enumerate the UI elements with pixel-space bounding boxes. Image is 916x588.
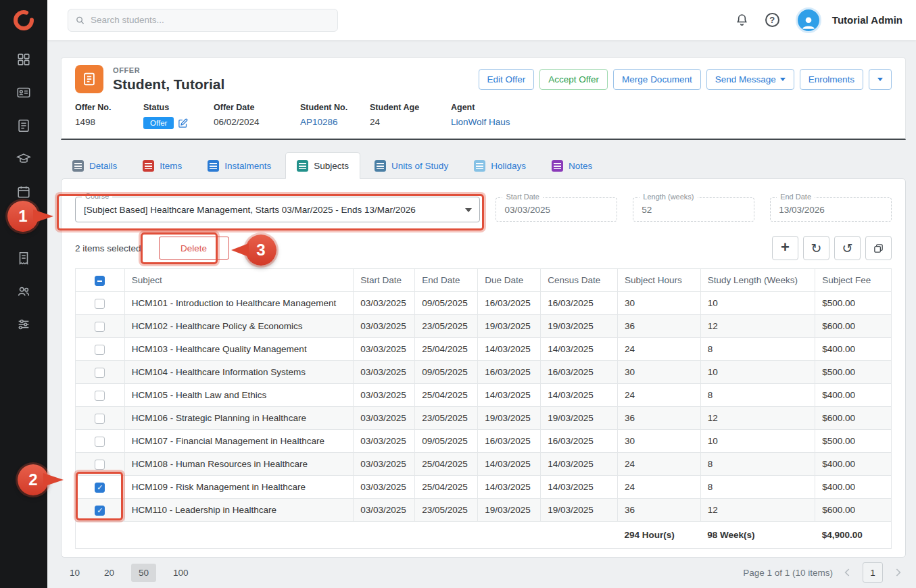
- subject-fee-cell: $400.00: [815, 453, 892, 476]
- topbar: ? Tutorial Admin: [47, 0, 916, 41]
- total-fee: $4,900.00: [815, 522, 892, 549]
- duplicate-button[interactable]: [865, 236, 892, 260]
- row-checkbox[interactable]: [95, 506, 105, 516]
- tab-subjects[interactable]: Subjects: [285, 152, 360, 179]
- meta-link[interactable]: LionWolf Haus: [451, 117, 892, 127]
- census-date-cell: 14/03/2025: [541, 384, 618, 407]
- table-row: HCM110 - Leadership in Healthcare03/03/2…: [76, 499, 892, 522]
- due-date-cell: 19/03/2025: [478, 315, 541, 338]
- offers-icon[interactable]: [16, 118, 32, 134]
- meta-link[interactable]: AP10286: [300, 117, 370, 127]
- total-hours: 294 Hour(s): [618, 522, 701, 549]
- courses-icon[interactable]: [16, 151, 32, 167]
- next-page-icon[interactable]: [891, 566, 905, 579]
- row-checkbox[interactable]: [95, 299, 105, 309]
- grid-action-buttons: + ↻ ↺: [772, 236, 892, 260]
- row-checkbox[interactable]: [95, 460, 105, 470]
- more-actions-button[interactable]: [869, 69, 892, 90]
- column-header: Study Length (Weeks): [700, 269, 815, 292]
- meta-label: Offer Date: [214, 103, 300, 112]
- history-button[interactable]: ↺: [834, 236, 861, 260]
- subject-fee-cell: $600.00: [815, 315, 892, 338]
- accept-offer-button[interactable]: Accept Offer: [539, 69, 608, 90]
- row-checkbox[interactable]: [95, 345, 105, 355]
- invoices-icon[interactable]: [16, 250, 32, 266]
- course-select-label: Course: [82, 192, 112, 200]
- subject-cell: HCM110 - Leadership in Healthcare: [124, 499, 354, 522]
- students-icon[interactable]: [16, 84, 32, 101]
- row-checkbox[interactable]: [95, 368, 105, 378]
- study-length-cell: 12: [700, 499, 815, 522]
- tab-label: Holidays: [491, 161, 526, 171]
- column-header: End Date: [415, 269, 478, 292]
- current-page-button[interactable]: 1: [863, 562, 883, 583]
- end-date-cell: 09/05/2025: [415, 292, 478, 315]
- tab-instalments[interactable]: Instalments: [196, 152, 283, 179]
- enrolments-button[interactable]: Enrolments: [800, 69, 863, 90]
- agents-icon[interactable]: [16, 283, 32, 299]
- page-size-20[interactable]: 20: [97, 564, 122, 582]
- census-date-cell: 16/03/2025: [541, 430, 618, 453]
- tab-items[interactable]: Items: [131, 152, 193, 179]
- tab-notes[interactable]: Notes: [540, 152, 604, 179]
- meta-label: Status: [143, 103, 214, 112]
- meta-value: 24: [370, 117, 451, 127]
- edit-status-icon[interactable]: [178, 118, 188, 128]
- pagination-info: Page 1 of 1 (10 items): [743, 568, 833, 578]
- census-date-cell: 16/03/2025: [541, 361, 618, 384]
- start-date-cell: 03/03/2025: [354, 384, 415, 407]
- offer-meta-item: AgentLionWolf Haus: [451, 103, 892, 129]
- length-weeks-field: Length (weeks) 52: [633, 197, 754, 222]
- search-input[interactable]: [91, 15, 331, 25]
- row-checkbox[interactable]: [95, 437, 105, 447]
- subject-cell: HCM109 - Risk Management in Healthcare: [124, 476, 354, 499]
- course-select[interactable]: Course [Subject Based] Healthcare Manage…: [75, 197, 480, 222]
- row-checkbox[interactable]: [95, 322, 105, 332]
- calendar-icon[interactable]: [16, 184, 32, 200]
- add-subject-button[interactable]: +: [772, 236, 798, 260]
- help-icon[interactable]: ?: [765, 13, 779, 27]
- subject-cell: HCM105 - Health Law and Ethics: [124, 384, 354, 407]
- length-weeks-label: Length (weeks): [640, 193, 697, 201]
- offer-meta-item: Offer No.1498: [75, 103, 143, 129]
- offer-meta-item: Student Age24: [370, 103, 451, 129]
- table-row: HCM108 - Human Resources in Healthcare03…: [76, 453, 892, 476]
- row-checkbox[interactable]: [95, 414, 105, 424]
- end-date-cell: 23/05/2025: [415, 499, 478, 522]
- offer-meta-item: Offer Date06/02/2024: [214, 103, 300, 129]
- previous-page-icon[interactable]: [841, 566, 854, 579]
- page-size-10[interactable]: 10: [62, 564, 87, 582]
- row-checkbox-cell: [76, 338, 125, 361]
- user-name[interactable]: Tutorial Admin: [832, 14, 902, 26]
- column-header: Subject: [124, 269, 354, 292]
- tab-label: Units of Study: [391, 161, 448, 171]
- avatar[interactable]: [796, 7, 821, 33]
- study-length-cell: 8: [700, 476, 815, 499]
- notifications-bell-icon[interactable]: [735, 13, 749, 27]
- meta-value: 06/02/2024: [214, 117, 300, 127]
- select-all-checkbox[interactable]: [95, 276, 105, 286]
- refresh-button[interactable]: ↻: [803, 236, 829, 260]
- page-size-50[interactable]: 50: [131, 564, 156, 582]
- delete-button[interactable]: Delete: [159, 237, 229, 260]
- edit-offer-button[interactable]: Edit Offer: [479, 69, 535, 90]
- column-header: Start Date: [354, 269, 415, 292]
- tab-label: Details: [89, 161, 117, 171]
- row-checkbox[interactable]: [95, 391, 105, 401]
- settings-icon[interactable]: [16, 316, 32, 333]
- app-logo[interactable]: [0, 0, 47, 41]
- subject-fee-cell: $500.00: [815, 292, 892, 315]
- tab-holidays[interactable]: Holidays: [462, 152, 537, 179]
- send-message-button[interactable]: Send Message: [706, 69, 794, 90]
- row-checkbox[interactable]: [95, 483, 105, 493]
- tab-units-of-study[interactable]: Units of Study: [363, 152, 460, 179]
- dashboard-icon[interactable]: [16, 51, 32, 68]
- tabs: DetailsItemsInstalmentsSubjectsUnits of …: [61, 152, 604, 179]
- row-checkbox-cell: [76, 361, 125, 384]
- study-length-cell: 8: [700, 338, 815, 361]
- merge-document-button[interactable]: Merge Document: [613, 69, 701, 90]
- tab-details[interactable]: Details: [61, 152, 128, 179]
- page-size-100[interactable]: 100: [166, 564, 196, 582]
- sidebar: [0, 0, 47, 588]
- study-length-cell: 8: [700, 384, 815, 407]
